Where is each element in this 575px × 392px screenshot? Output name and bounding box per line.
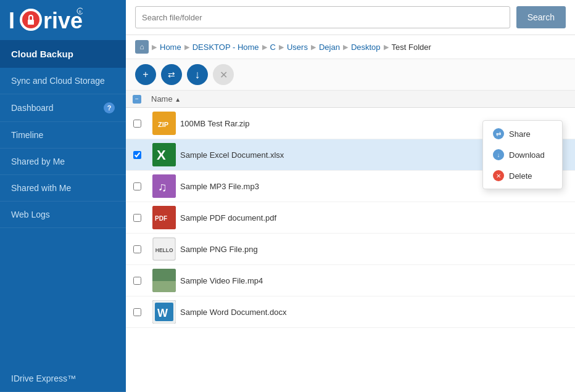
download-button[interactable]: ↓ — [187, 64, 208, 85]
file-checkbox[interactable] — [133, 308, 141, 316]
svg-text:♫: ♫ — [158, 180, 167, 194]
search-header: Search — [126, 0, 575, 35]
file-name: Sample Video File.mp4 — [180, 276, 575, 285]
svg-text:W: W — [157, 307, 168, 319]
search-input[interactable] — [135, 6, 510, 28]
sidebar-item-idrive-express[interactable]: IDrive Express™ — [0, 365, 126, 392]
svg-text:HELLO: HELLO — [155, 247, 173, 253]
svg-rect-18 — [152, 269, 176, 281]
sidebar: I rive R Cloud Backup Sync and Cloud Sto… — [0, 0, 126, 392]
file-checkbox[interactable] — [133, 120, 141, 128]
png-icon: HELLO — [152, 237, 176, 261]
delete-icon: ✕ — [493, 170, 504, 181]
sidebar-item-web-logs[interactable]: Web Logs — [0, 202, 126, 228]
excel-icon: X — [152, 143, 176, 166]
breadcrumb-desktop[interactable]: Desktop — [351, 43, 381, 52]
breadcrumb-current: Test Folder — [392, 43, 431, 52]
svg-rect-19 — [152, 281, 176, 292]
help-icon[interactable]: ? — [104, 102, 115, 113]
idrive-logo: I rive R — [9, 6, 83, 33]
table-row[interactable]: W Sample Word Document.docx — [126, 296, 575, 328]
file-name: Sample Word Document.docx — [180, 308, 575, 317]
file-checkbox[interactable] — [133, 245, 141, 253]
context-share[interactable]: ⇄ Share — [483, 123, 562, 144]
home-icon[interactable]: ⌂ — [135, 40, 149, 54]
delete-button[interactable]: ✕ — [213, 64, 234, 85]
logo-area: I rive R — [0, 0, 126, 40]
table-row[interactable]: HELLO Sample PNG File.png — [126, 234, 575, 265]
file-list: − Name ▲ ZIP 100MB Test Rar.zip — [126, 91, 575, 392]
sidebar-item-shared-by-me[interactable]: Shared by Me — [0, 149, 126, 175]
svg-text:I: I — [9, 8, 15, 33]
sort-arrow: ▲ — [175, 96, 181, 103]
share-icon: ⇄ — [493, 128, 504, 139]
breadcrumb-dejan[interactable]: Dejan — [319, 43, 340, 52]
breadcrumb-c[interactable]: C — [270, 43, 276, 52]
zip-icon: ZIP — [152, 112, 176, 135]
file-checkbox[interactable] — [133, 182, 141, 190]
context-menu: ⇄ Share ↓ Download ✕ Delete — [482, 120, 563, 189]
share-button[interactable]: ⇄ — [161, 64, 182, 85]
svg-text:X: X — [157, 147, 166, 163]
breadcrumb-home[interactable]: Home — [160, 43, 181, 52]
deselect-all-checkbox[interactable]: − — [126, 95, 148, 104]
video-icon — [152, 269, 176, 292]
sidebar-item-cloud-backup[interactable]: Cloud Backup — [0, 40, 126, 68]
pdf-icon: PDF — [152, 206, 176, 229]
sidebar-item-shared-with-me[interactable]: Shared with Me — [0, 175, 126, 202]
file-checkbox[interactable] — [133, 277, 141, 285]
context-download[interactable]: ↓ Download — [483, 144, 562, 165]
name-column-header: Name ▲ — [148, 94, 575, 104]
sidebar-item-sync-cloud[interactable]: Sync and Cloud Storage — [0, 68, 126, 94]
search-button[interactable]: Search — [516, 6, 566, 28]
svg-text:R: R — [79, 10, 82, 14]
svg-text:PDF: PDF — [155, 215, 167, 222]
file-checkbox[interactable] — [133, 151, 141, 159]
mp3-icon: ♫ — [152, 174, 176, 198]
sidebar-item-timeline[interactable]: Timeline — [0, 122, 126, 149]
sidebar-item-dashboard[interactable]: Dashboard ? — [0, 94, 126, 122]
main-content: Search ⌂ ▶ Home ▶ DESKTOP - Home ▶ C ▶ U… — [126, 0, 575, 392]
download-icon: ↓ — [493, 149, 504, 160]
breadcrumb: ⌂ ▶ Home ▶ DESKTOP - Home ▶ C ▶ Users ▶ … — [126, 35, 575, 59]
file-name: Sample PNG File.png — [180, 245, 575, 254]
svg-text:rive: rive — [43, 8, 83, 33]
deselect-box[interactable]: − — [133, 95, 141, 104]
table-row[interactable]: X Sample Excel Document.xlsx ⇄ Share ↓ D… — [126, 139, 575, 171]
breadcrumb-desktop-home[interactable]: DESKTOP - Home — [192, 43, 259, 52]
svg-rect-3 — [28, 20, 34, 25]
svg-text:ZIP: ZIP — [158, 121, 168, 128]
word-icon: W — [152, 300, 176, 324]
context-delete[interactable]: ✕ Delete — [483, 165, 562, 186]
sidebar-navigation: Cloud Backup Sync and Cloud Storage Dash… — [0, 40, 126, 392]
file-list-header: − Name ▲ — [126, 91, 575, 108]
breadcrumb-users[interactable]: Users — [287, 43, 308, 52]
add-button[interactable]: + — [135, 64, 156, 85]
file-name: Sample PDF document.pdf — [180, 213, 575, 223]
table-row[interactable]: Sample Video File.mp4 — [126, 265, 575, 296]
toolbar: + ⇄ ↓ ✕ — [126, 59, 575, 91]
file-checkbox[interactable] — [133, 214, 141, 222]
table-row[interactable]: PDF Sample PDF document.pdf — [126, 202, 575, 234]
